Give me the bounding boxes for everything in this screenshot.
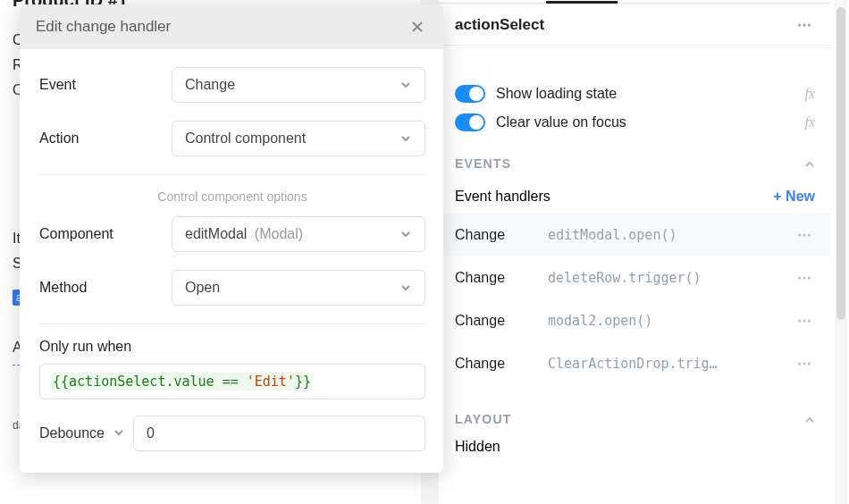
close-icon[interactable] — [408, 17, 427, 37]
chevron-down-icon — [399, 228, 412, 240]
section-heading-text: EVENTS — [455, 156, 511, 171]
handler-expression: modal2.open() — [548, 313, 794, 329]
handler-row[interactable]: Changemodal2.open() — [439, 299, 831, 342]
debounce-input[interactable] — [133, 416, 425, 451]
label-component: Component — [39, 226, 172, 242]
svg-point-12 — [798, 363, 801, 365]
svg-point-9 — [798, 320, 801, 323]
chevron-up-icon — [804, 412, 815, 426]
handler-row[interactable]: ChangeClearActionDrop.trig… — [439, 342, 831, 385]
event-handlers-header: Event handlers + New — [439, 180, 831, 214]
component-header: actionSelect — [439, 4, 831, 45]
only-run-when-input[interactable]: {{actionSelect.value == 'Edit'}} — [39, 364, 425, 399]
modal-body: Event Change Action Control component Co… — [20, 49, 443, 473]
select-value: editModal (Modal) — [185, 226, 303, 242]
svg-point-3 — [798, 234, 801, 237]
code-token: 'Edit' — [247, 374, 295, 390]
chevron-down-icon — [399, 132, 412, 145]
code-token: value — [173, 374, 214, 390]
handler-more-icon[interactable] — [794, 310, 815, 332]
svg-point-8 — [808, 277, 811, 280]
select-value: Change — [185, 77, 235, 93]
label-action: Action — [39, 130, 172, 147]
handler-event: Change — [455, 227, 548, 243]
section-events[interactable]: EVENTS — [439, 137, 831, 180]
row-event: Event Change — [39, 67, 425, 103]
select-action[interactable]: Control component — [172, 121, 425, 156]
toggle-label: Show loading state — [496, 86, 617, 102]
svg-point-7 — [803, 277, 806, 280]
toggle-label: Clear value on focus — [496, 114, 626, 130]
handler-expression: editModal.open() — [548, 227, 794, 243]
handler-more-icon[interactable] — [794, 353, 815, 374]
select-event[interactable]: Change — [172, 67, 425, 103]
chevron-down-icon — [399, 79, 412, 91]
section-layout[interactable]: LAYOUT — [439, 385, 831, 435]
toggle-row-loading: Show loading state fx — [439, 80, 831, 108]
divider — [39, 174, 425, 175]
select-value: Control component — [185, 130, 306, 147]
svg-point-11 — [808, 320, 811, 323]
svg-point-5 — [808, 234, 811, 237]
layout-hidden-label: Hidden — [455, 439, 500, 455]
divider — [39, 323, 425, 324]
svg-point-2 — [808, 24, 811, 27]
inspector-panel: actionSelect Show loading state fx Clear… — [438, 0, 831, 504]
svg-point-1 — [803, 24, 806, 27]
label-method: Method — [39, 280, 172, 296]
handler-row[interactable]: ChangedeleteRow.trigger() — [439, 256, 831, 299]
modal-header: Edit change handler — [20, 4, 443, 49]
code-token: == — [223, 374, 239, 390]
svg-point-13 — [803, 363, 806, 365]
svg-point-10 — [803, 320, 806, 323]
handler-event: Change — [455, 313, 548, 329]
toggle-clear-on-focus[interactable] — [455, 113, 485, 131]
new-handler-button[interactable]: + New — [773, 189, 815, 205]
svg-point-14 — [808, 363, 811, 365]
fx-icon[interactable]: fx — [804, 86, 815, 102]
row-component: Component editModal (Modal) — [39, 216, 425, 252]
select-value: Open — [185, 280, 220, 296]
toggle-row-clear: Clear value on focus fx — [439, 108, 831, 137]
svg-point-6 — [798, 277, 801, 280]
handlers-list: ChangeeditModal.open()ChangedeleteRow.tr… — [439, 214, 831, 385]
chevron-down-icon[interactable] — [113, 426, 124, 441]
code-token: {{ — [53, 374, 69, 390]
select-component[interactable]: editModal (Modal) — [172, 216, 425, 252]
options-caption: Control component options — [39, 189, 425, 204]
chevron-up-icon — [804, 156, 815, 171]
handler-expression: ClearActionDrop.trig… — [548, 356, 794, 372]
chevron-down-icon — [399, 281, 412, 294]
label-only-run-when: Only run when — [39, 339, 425, 355]
fx-icon[interactable]: fx — [804, 114, 815, 130]
scrollbar[interactable] — [835, 0, 847, 504]
select-method[interactable]: Open — [172, 270, 425, 306]
label-event: Event — [39, 77, 172, 93]
handler-event: Change — [455, 270, 548, 286]
edit-handler-modal: Edit change handler Event Change Action … — [20, 4, 443, 473]
section-heading-text: LAYOUT — [455, 412, 511, 426]
handler-row[interactable]: ChangeeditModal.open() — [439, 214, 831, 256]
row-method: Method Open — [39, 270, 425, 306]
code-token: }} — [295, 374, 311, 390]
handler-event: Change — [455, 356, 548, 372]
handler-expression: deleteRow.trigger() — [548, 270, 794, 286]
event-handlers-label: Event handlers — [455, 189, 551, 205]
svg-point-4 — [803, 234, 806, 237]
label-debounce: Debounce — [39, 425, 105, 441]
svg-point-0 — [798, 24, 801, 27]
inspector-tab-underline — [439, 0, 831, 4]
handler-more-icon[interactable] — [794, 267, 815, 289]
component-name: actionSelect — [455, 16, 544, 34]
row-action: Action Control component — [39, 121, 425, 156]
row-debounce: Debounce — [39, 416, 425, 451]
code-token: actionSelect — [69, 374, 165, 390]
toggle-show-loading[interactable] — [455, 85, 485, 103]
modal-title: Edit change handler — [36, 18, 171, 36]
layout-hidden-row: Hidden — [439, 435, 831, 464]
handler-more-icon[interactable] — [794, 224, 815, 246]
component-more-icon[interactable] — [794, 14, 815, 36]
